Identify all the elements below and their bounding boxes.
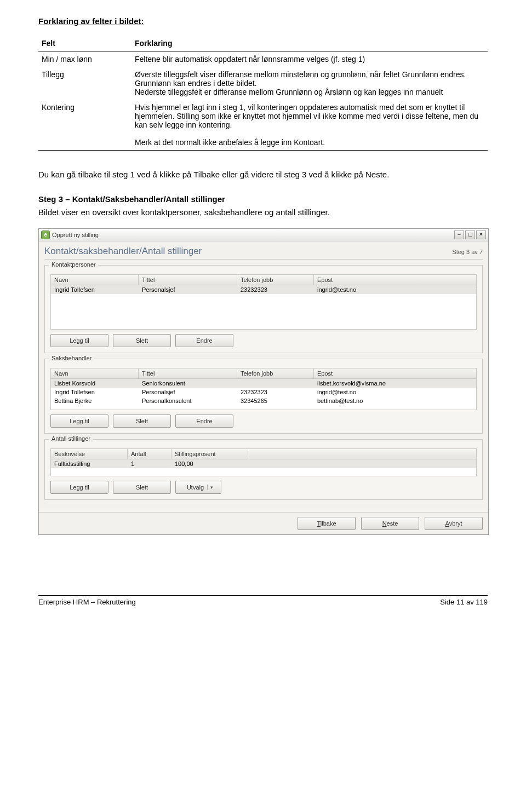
edit-button[interactable]: Endre	[175, 334, 233, 347]
table-row: Tillegg Øverste tilleggsfelt viser diffe…	[38, 67, 488, 100]
col-epost[interactable]: Epost	[314, 275, 476, 285]
list-header: Navn Tittel Telefon jobb Epost	[50, 274, 477, 285]
list-item[interactable]: Fulltidsstilling 1 100,00	[51, 459, 476, 468]
cell-tittel: Seniorkonsulent	[139, 380, 237, 387]
cell-felt: Tillegg	[38, 67, 132, 100]
footer-left: Enterprise HRM – Rekruttering	[38, 598, 136, 606]
close-icon[interactable]: ✕	[476, 231, 486, 239]
next-label: este	[387, 520, 398, 527]
col-tittel[interactable]: Tittel	[139, 368, 237, 378]
group-legend: Saksbehandler	[49, 355, 94, 361]
list-body[interactable]: Ingrid Tollefsen Personalsjef 23232323 i…	[50, 285, 477, 330]
app-icon: e	[41, 231, 50, 239]
cell-navn: Ingrid Tollefsen	[51, 286, 139, 293]
cancel-label: vbryt	[449, 520, 462, 527]
cell-tittel: Personalsjef	[139, 389, 237, 395]
cell-navn: Ingrid Tollefsen	[51, 389, 139, 395]
cell-tittel: Personalsjef	[139, 286, 237, 293]
cell-navn: Lisbet Korsvold	[51, 380, 139, 387]
col-telefon[interactable]: Telefon jobb	[237, 368, 314, 378]
cell-forklaring: Hvis hjemmel er lagt inn i steg 1, vil k…	[132, 100, 488, 151]
list-item[interactable]: Lisbet Korsvold Seniorkonsulent lisbet.k…	[51, 379, 476, 388]
group-antall-stillinger: Antall stillinger Beskrivelse Antall Sti…	[44, 439, 483, 500]
add-button[interactable]: Legg til	[50, 481, 108, 494]
group-legend: Kontaktpersoner	[49, 261, 98, 268]
cell-felt: Kontering	[38, 100, 132, 151]
cell-forklaring: Øverste tilleggsfelt viser differanse me…	[132, 67, 488, 100]
col-antall[interactable]: Antall	[128, 449, 171, 459]
list-header: Navn Tittel Telefon jobb Epost	[50, 368, 477, 379]
table-row: Min / max lønn Feltene blir automatisk o…	[38, 51, 488, 67]
list-header: Beskrivelse Antall Stillingsprosent	[50, 448, 477, 459]
col-telefon[interactable]: Telefon jobb	[237, 275, 314, 285]
form-title: Kontakt/saksbehandler/Antall stillinger	[44, 246, 202, 257]
cell-telefon: 23232323	[237, 389, 314, 395]
table-row: Kontering Hvis hjemmel er lagt inn i ste…	[38, 100, 488, 151]
wizard-bottom-bar: Tilbake Neste Avbryt	[39, 512, 488, 534]
col-beskrivelse[interactable]: Beskrivelse	[51, 449, 128, 459]
cell-stillingsprosent: 100,00	[171, 460, 248, 467]
table-head-forklaring: Forklaring	[132, 36, 488, 51]
group-kontaktpersoner: Kontaktpersoner Navn Tittel Telefon jobb…	[44, 265, 483, 353]
add-button[interactable]: Legg til	[50, 414, 108, 428]
back-label: ilbake	[321, 520, 336, 527]
cell-epost: ingrid@test.no	[314, 389, 359, 395]
minimize-icon[interactable]: –	[454, 231, 464, 239]
delete-button[interactable]: Slett	[113, 334, 171, 347]
cell-navn: Bettina Bjerke	[51, 398, 139, 404]
col-stillingsprosent[interactable]: Stillingsprosent	[171, 449, 248, 459]
cell-telefon: 23232323	[237, 286, 314, 293]
list-item[interactable]: Ingrid Tollefsen Personalsjef 23232323 i…	[51, 388, 476, 396]
step3-heading: Steg 3 – Kontakt/Saksbehandler/Antall st…	[38, 194, 488, 204]
list-item[interactable]: Bettina Bjerke Personalkonsulent 3234526…	[51, 396, 476, 405]
add-button[interactable]: Legg til	[50, 334, 108, 347]
application-window: e Opprett ny stilling – ▢ ✕ Kontakt/saks…	[38, 228, 489, 535]
chevron-down-icon: ▾	[207, 485, 213, 490]
cancel-button[interactable]: Avbryt	[425, 517, 483, 530]
step3-paragraph: Bildet viser en oversikt over kontaktper…	[38, 207, 488, 218]
next-button[interactable]: Neste	[361, 517, 419, 530]
cell-epost: ingrid@test.no	[314, 286, 359, 293]
col-epost[interactable]: Epost	[314, 368, 476, 378]
list-body[interactable]: Fulltidsstilling 1 100,00	[50, 459, 477, 476]
cell-forklaring: Feltene blir automatisk oppdatert når lø…	[132, 51, 488, 67]
selection-dropdown-button[interactable]: Utvalg ▾	[175, 481, 221, 494]
page-footer: Enterprise HRM – Rekruttering Side 11 av…	[38, 595, 488, 606]
col-spacer	[248, 449, 476, 459]
list-body[interactable]: Lisbet Korsvold Seniorkonsulent lisbet.k…	[50, 379, 477, 410]
edit-button[interactable]: Endre	[175, 414, 233, 428]
divider	[44, 259, 483, 260]
cell-tittel: Personalkonsulent	[139, 398, 237, 404]
cell-beskrivelse: Fulltidsstilling	[51, 460, 128, 467]
cell-antall: 1	[128, 460, 171, 467]
table-head-felt: Felt	[38, 36, 132, 51]
footer-right: Side 11 av 119	[440, 598, 488, 606]
group-saksbehandler: Saksbehandler Navn Tittel Telefon jobb E…	[44, 359, 483, 434]
maximize-icon[interactable]: ▢	[465, 231, 475, 239]
paragraph-navigate: Du kan gå tilbake til steg 1 ved å klikk…	[38, 169, 488, 180]
cell-epost: bettinab@test.no	[314, 398, 366, 404]
back-button[interactable]: Tilbake	[298, 517, 356, 530]
cell-felt: Min / max lønn	[38, 51, 132, 67]
delete-button[interactable]: Slett	[113, 414, 171, 428]
window-title: Opprett ny stilling	[52, 232, 454, 238]
group-legend: Antall stillinger	[49, 435, 93, 442]
cell-telefon: 32345265	[237, 398, 314, 404]
field-explanation-table: Felt Forklaring Min / max lønn Feltene b…	[38, 36, 488, 151]
step-indicator: Steg 3 av 7	[452, 249, 483, 255]
list-item[interactable]: Ingrid Tollefsen Personalsjef 23232323 i…	[51, 285, 476, 294]
col-navn[interactable]: Navn	[51, 368, 139, 378]
col-navn[interactable]: Navn	[51, 275, 139, 285]
title-bar: e Opprett ny stilling – ▢ ✕	[39, 229, 488, 241]
delete-button[interactable]: Slett	[113, 481, 171, 494]
selection-label: Utvalg	[187, 484, 204, 491]
col-tittel[interactable]: Tittel	[139, 275, 237, 285]
cell-epost: lisbet.korsvold@visma.no	[314, 380, 389, 387]
section-heading: Forklaring av felter i bildet:	[38, 16, 488, 26]
